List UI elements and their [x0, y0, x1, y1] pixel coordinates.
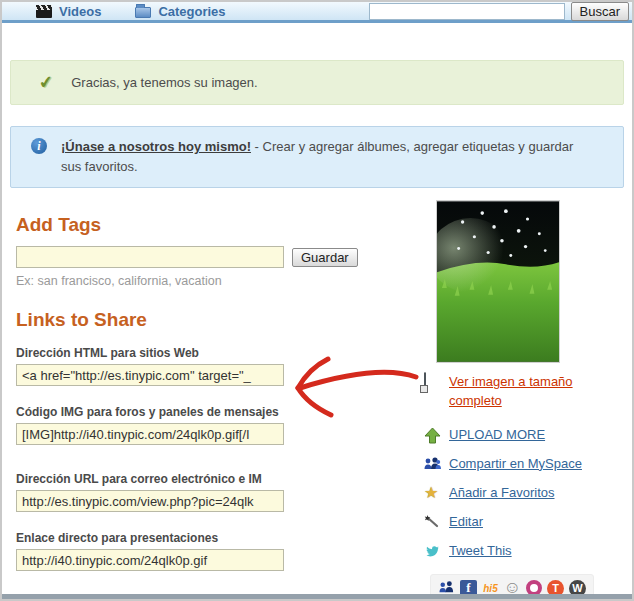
add-tags-heading: Add Tags — [16, 214, 412, 236]
nav-item-videos[interactable]: Videos — [36, 4, 101, 19]
view-full-size-link[interactable]: Ver imagen a tamaño completo — [424, 373, 616, 411]
search-input[interactable] — [369, 3, 565, 20]
search-area: Buscar — [369, 2, 629, 21]
tags-input[interactable] — [16, 246, 284, 268]
join-info-alert: i ¡Únase a nosotros hoy mismo! - Crear y… — [10, 126, 624, 188]
url-link-label: Dirección URL para correo electrónico e … — [16, 472, 412, 486]
html-link-input[interactable] — [16, 364, 284, 386]
checkmark-icon: ✔ — [38, 71, 55, 94]
nav-item-categories[interactable]: Categories — [135, 4, 225, 19]
edit-label: Editar — [449, 514, 483, 529]
tinypic-upload-result-page: Videos Categories Buscar ✔ Gracias, ya t… — [0, 0, 634, 601]
full-size-image-icon — [424, 372, 426, 391]
share-myspace-label: Compartir en MySpace — [449, 456, 582, 471]
upload-more-link[interactable]: UPLOAD MORE — [424, 427, 616, 444]
save-tags-button[interactable]: Guardar — [292, 248, 358, 267]
join-info-message: ¡Únase a nosotros hoy mismo! - Crear y a… — [61, 137, 611, 177]
twitter-bird-icon — [424, 543, 441, 560]
add-favorites-link[interactable]: ★ Añadir a Favoritos — [424, 485, 616, 502]
nav-categories-label: Categories — [158, 4, 225, 19]
share-myspace-link[interactable]: Compartir en MySpace — [424, 456, 616, 473]
page-bottom-edge — [2, 594, 632, 599]
top-navigation-bar: Videos Categories Buscar — [2, 2, 632, 23]
image-actions-column: Ver imagen a tamaño completo UPLOAD MORE — [424, 188, 624, 601]
folder-icon — [135, 7, 151, 18]
clapperboard-icon — [36, 5, 52, 18]
upload-more-label: UPLOAD MORE — [449, 427, 545, 442]
html-link-label: Dirección HTML para sitios Web — [16, 346, 412, 360]
img-code-label: Código IMG para foros y paneles de mensa… — [16, 405, 412, 419]
direct-link-label: Enlace directo para presentaciones — [16, 531, 412, 545]
image-action-links: Ver imagen a tamaño completo UPLOAD MORE — [424, 373, 616, 560]
share-links-column: Add Tags Guardar Ex: san francisco, cali… — [10, 188, 412, 601]
join-now-link[interactable]: ¡Únase a nosotros hoy mismo! — [61, 139, 251, 154]
favorites-star-icon: ★ — [424, 485, 441, 502]
search-button[interactable]: Buscar — [571, 2, 629, 21]
direct-link-input[interactable] — [16, 549, 284, 571]
edit-link[interactable]: Editar — [424, 514, 616, 531]
tweet-this-label: Tweet This — [449, 543, 512, 558]
tweet-this-link[interactable]: Tweet This — [424, 543, 616, 560]
success-message: Gracias, ya tenemos su imagen. — [71, 75, 257, 90]
add-favorites-label: Añadir a Favoritos — [449, 485, 555, 500]
edit-wand-icon — [424, 514, 441, 531]
tags-hint: Ex: san francisco, california, vacation — [16, 274, 412, 288]
info-icon: i — [31, 138, 47, 154]
myspace-icon — [424, 456, 441, 473]
nav-videos-label: Videos — [59, 4, 101, 19]
uploaded-image-thumbnail[interactable] — [436, 200, 560, 363]
view-full-size-label: Ver imagen a tamaño completo — [449, 373, 616, 411]
success-alert: ✔ Gracias, ya tenemos su imagen. — [10, 60, 624, 105]
img-code-input[interactable] — [16, 423, 284, 445]
upload-arrow-icon — [424, 427, 441, 444]
url-link-input[interactable] — [16, 490, 284, 512]
links-to-share-heading: Links to Share — [16, 309, 412, 331]
